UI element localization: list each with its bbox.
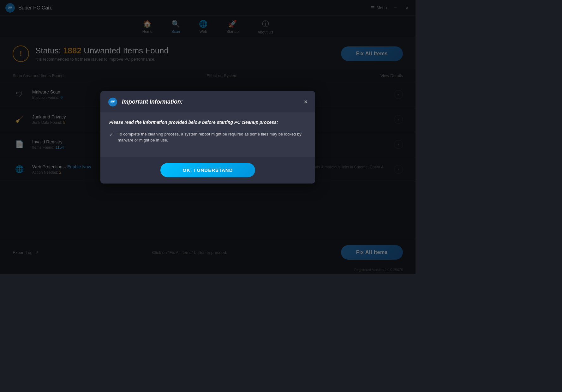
modal-item-text-1: To complete the cleaning process, a syst… <box>118 131 306 143</box>
modal-overlay: Important Information: × Please read the… <box>0 0 416 274</box>
modal-item-1: ✓ To complete the cleaning process, a sy… <box>109 131 306 143</box>
modal-header: Important Information: × <box>100 91 315 112</box>
modal-header-left: Important Information: <box>108 97 183 107</box>
ok-understand-button[interactable]: OK, I UNDERSTAND <box>160 163 255 177</box>
modal-body: Please read the information provided bel… <box>100 112 315 157</box>
modal-close-button[interactable]: × <box>304 99 308 105</box>
modal-title: Important Information: <box>122 99 183 105</box>
modal-footer: OK, I UNDERSTAND <box>100 157 315 184</box>
modal-subtitle: Please read the information provided bel… <box>109 120 306 125</box>
modal-logo-icon <box>108 97 117 107</box>
modal-dialog: Important Information: × Please read the… <box>100 91 315 184</box>
checkmark-icon: ✓ <box>109 131 113 137</box>
